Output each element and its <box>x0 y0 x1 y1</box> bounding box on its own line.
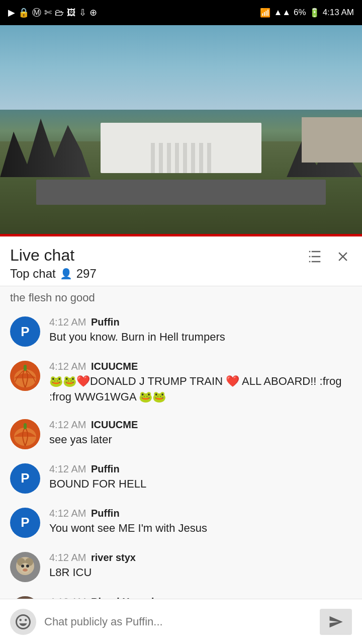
status-bar: ▶ 🔒 Ⓜ ✄ 🗁 🖼 ⇩ ⊕ 📶 ▲▲ 6% 🔋 4:13 AM <box>0 0 362 25</box>
filter-icon <box>307 249 322 264</box>
truncated-text: the flesh no good <box>10 291 95 304</box>
message-time: 4:12 AM <box>49 552 86 563</box>
emoji-button[interactable] <box>10 609 36 635</box>
building-columns <box>136 138 226 173</box>
truncated-message: the flesh no good <box>0 286 362 309</box>
video-scene <box>0 25 362 236</box>
svg-point-13 <box>26 565 29 568</box>
close-button[interactable] <box>334 248 352 266</box>
message-author: Puffin <box>91 508 120 519</box>
video-trees-left <box>0 112 90 177</box>
chat-message: P 4:12 AM Puffin You wont see ME I'm wit… <box>0 501 362 545</box>
message-meta: 4:12 AM ICUUCME <box>49 419 352 431</box>
avatar: P <box>10 316 40 347</box>
message-author: Puffin <box>91 316 120 328</box>
message-text: You wont see ME I'm with Jesus <box>49 521 352 536</box>
chat-message: 4:12 AM river styx L8R ICU <box>0 545 362 589</box>
chat-text-input[interactable] <box>44 609 312 635</box>
battery-text: 6% <box>294 8 306 18</box>
message-content: 4:12 AM Puffin But you know. Burn in Hel… <box>49 316 352 345</box>
status-bar-left: ▶ 🔒 Ⓜ ✄ 🗁 🖼 ⇩ ⊕ <box>8 7 97 19</box>
send-button[interactable] <box>320 609 352 635</box>
svg-point-11 <box>23 569 28 572</box>
message-text: 🐸🐸❤️DONALD J TRUMP TRAIN ❤️ ALL ABOARD!!… <box>49 374 352 405</box>
message-text: see yas later <box>49 432 352 448</box>
video-building <box>101 123 261 173</box>
chat-title: Live chat <box>10 246 97 265</box>
smiley-icon <box>14 613 32 631</box>
message-meta: 4:12 AM river styx <box>49 552 352 564</box>
close-icon <box>335 249 350 264</box>
arrow-icon: ⇩ <box>79 7 86 18</box>
youtube-icon: ▶ <box>8 7 15 18</box>
chat-sub: Top chat 👤 297 <box>10 267 97 281</box>
video-player[interactable] <box>0 25 362 236</box>
viewer-count: 297 <box>76 267 97 281</box>
image-icon: 🖼 <box>67 8 76 18</box>
video-road <box>36 180 326 205</box>
message-time: 4:12 AM <box>49 361 86 372</box>
chat-header-icons <box>306 248 352 266</box>
message-time: 4:12 AM <box>49 419 86 430</box>
message-content: 4:12 AM Puffin You wont see ME I'm with … <box>49 508 352 536</box>
chat-input-area <box>0 599 362 644</box>
signal-icon: ▲▲ <box>274 8 291 18</box>
lock-icon: 🔒 <box>18 7 29 18</box>
chat-messages-area: the flesh no good P 4:12 AM Puffin But y… <box>0 286 362 644</box>
app-icon-1: Ⓜ <box>32 7 41 19</box>
battery-icon: 🔋 <box>309 8 320 18</box>
message-author: ICUUCME <box>91 419 138 430</box>
phone-icon: ✄ <box>44 7 52 18</box>
chat-message: P 4:12 AM Puffin But you know. Burn in H… <box>0 309 362 354</box>
chat-message: P 4:12 AM Puffin BOUND FOR HELL <box>0 456 362 501</box>
message-meta: 4:12 AM Puffin <box>49 508 352 519</box>
avatar <box>10 552 40 582</box>
chat-title-block: Live chat Top chat 👤 297 <box>10 246 97 281</box>
send-icon <box>328 614 343 629</box>
message-content: 4:12 AM ICUUCME see yas later <box>49 419 352 448</box>
status-bar-right: 📶 ▲▲ 6% 🔋 4:13 AM <box>260 8 354 18</box>
message-time: 4:12 AM <box>49 463 86 474</box>
message-text: L8R ICU <box>49 565 352 581</box>
chat-header: Live chat Top chat 👤 297 <box>0 236 362 286</box>
video-sky <box>0 25 362 110</box>
wifi-icon: 📶 <box>260 8 270 18</box>
top-chat-label[interactable]: Top chat <box>10 267 56 281</box>
chat-message: 4:12 AM ICUUCME see yas later <box>0 412 362 456</box>
message-content: 4:12 AM Puffin BOUND FOR HELL <box>49 463 352 492</box>
message-time: 4:12 AM <box>49 508 86 519</box>
message-author: ICUUCME <box>91 361 138 372</box>
message-author: Puffin <box>91 463 120 474</box>
message-content: 4:12 AM river styx L8R ICU <box>49 552 352 581</box>
video-buildings-right <box>302 117 362 163</box>
avatar: P <box>10 463 40 494</box>
message-author: river styx <box>91 552 136 563</box>
avatar <box>10 361 40 391</box>
message-meta: 4:12 AM ICUUCME <box>49 361 352 372</box>
svg-point-12 <box>21 565 24 568</box>
chat-message: 4:12 AM ICUUCME 🐸🐸❤️DONALD J TRUMP TRAIN… <box>0 354 362 412</box>
time-display: 4:13 AM <box>323 8 354 18</box>
avatar <box>10 419 40 449</box>
message-text: BOUND FOR HELL <box>49 476 352 492</box>
message-time: 4:12 AM <box>49 316 86 328</box>
message-meta: 4:12 AM Puffin <box>49 316 352 328</box>
settings-icon: ⊕ <box>89 7 97 18</box>
svg-rect-2 <box>24 365 27 371</box>
video-progress-bar <box>0 234 362 236</box>
message-content: 4:12 AM ICUUCME 🐸🐸❤️DONALD J TRUMP TRAIN… <box>49 361 352 405</box>
message-text: But you know. Burn in Hell trumpers <box>49 330 352 345</box>
message-meta: 4:12 AM Puffin <box>49 463 352 475</box>
viewer-icon: 👤 <box>60 268 72 280</box>
svg-rect-5 <box>24 423 27 429</box>
avatar: P <box>10 508 40 538</box>
filter-button[interactable] <box>306 248 324 266</box>
chat-header-top: Live chat Top chat 👤 297 <box>10 246 352 281</box>
folder-icon: 🗁 <box>55 8 64 18</box>
